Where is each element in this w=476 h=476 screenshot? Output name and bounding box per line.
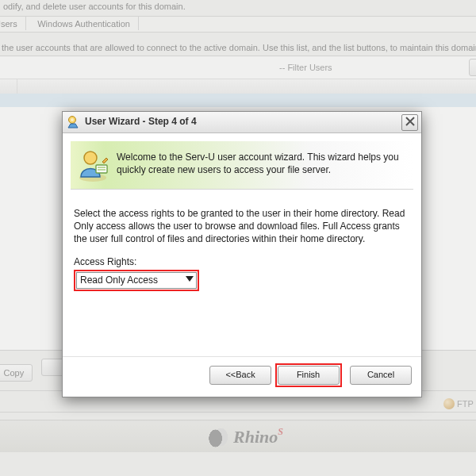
user-wizard-dialog: User Wizard - Step 4 of 4 Welcome: [62, 111, 422, 397]
highlight-finish: Finish: [275, 363, 342, 387]
list-description: the user accounts that are allowed to co…: [0, 40, 476, 56]
svg-point-3: [84, 152, 97, 164]
svg-rect-4: [96, 165, 107, 173]
dialog-titlebar: User Wizard - Step 4 of 4: [63, 112, 421, 133]
dialog-footer: <<Back Finish Cancel: [63, 356, 421, 397]
access-rights-label: Access Rights:: [74, 256, 410, 267]
chevron-down-icon: [186, 276, 194, 282]
rhino-logo: RhinoS: [205, 425, 283, 449]
cancel-button[interactable]: Cancel: [350, 366, 412, 385]
instruction-text: Select the access rights to be granted t…: [74, 207, 410, 245]
banner: Welcome to the Serv-U user account wizar…: [71, 141, 413, 190]
finish-button[interactable]: Finish: [278, 366, 340, 385]
svg-point-1: [71, 118, 74, 121]
ftp-voyager-link[interactable]: FTP Voyager JV: [443, 398, 476, 409]
banner-text: Welcome to the Serv-U user account wizar…: [117, 151, 404, 176]
dialog-title: User Wizard - Step 4 of 4: [85, 116, 197, 127]
wizard-icon: [67, 115, 81, 129]
user-wizard-icon: [75, 148, 110, 182]
filter-label: -- Filter Users: [279, 63, 332, 72]
table-header: [0, 79, 476, 94]
tabs-bar: Users Windows Authentication: [0, 16, 476, 33]
access-rights-select[interactable]: Read Only Access: [76, 272, 197, 289]
tab-users[interactable]: Users: [0, 16, 26, 30]
brand-bar: RhinoS: [0, 420, 476, 452]
table-row[interactable]: [0, 94, 476, 107]
globe-icon: [443, 398, 455, 409]
copy-button[interactable]: Copy: [0, 364, 33, 382]
close-icon[interactable]: [401, 114, 418, 131]
highlight-access-rights: Read Only Access: [74, 270, 199, 291]
tab-windows-auth[interactable]: Windows Authentication: [29, 16, 139, 30]
page-description: odify, and delete user accounts for this…: [0, 0, 476, 13]
clear-filter-button[interactable]: Clear F: [469, 59, 476, 76]
back-button[interactable]: <<Back: [209, 366, 271, 385]
